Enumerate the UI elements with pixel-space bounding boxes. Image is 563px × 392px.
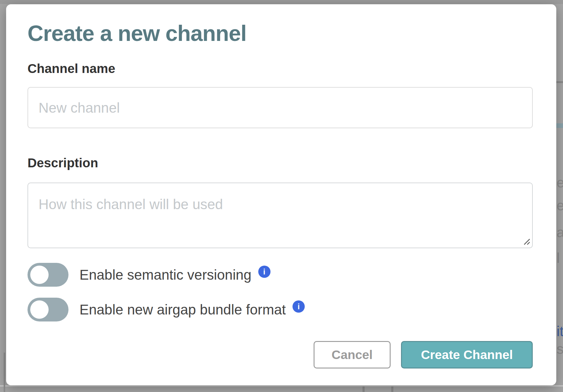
semantic-versioning-toggle[interactable] [28, 263, 68, 287]
backdrop-teal-fragment [556, 123, 563, 128]
background-text-fragment: a [557, 225, 563, 239]
semantic-versioning-row: Enable semantic versioning i [28, 263, 533, 287]
description-field-wrap [28, 183, 533, 248]
toggle-knob [30, 300, 49, 319]
airgap-bundle-row: Enable new airgap bundle format i [28, 298, 533, 321]
channel-name-label: Channel name [28, 61, 533, 76]
background-text-fragment: e [557, 198, 563, 212]
modal-title: Create a new channel [28, 21, 533, 45]
airgap-bundle-label: Enable new airgap bundle format [79, 301, 286, 318]
modal-actions: Cancel Create Channel [28, 341, 533, 368]
toggle-knob [30, 266, 49, 284]
create-channel-modal: Create a new channel Channel name Descri… [6, 4, 556, 385]
backdrop-separator [362, 387, 365, 392]
info-icon[interactable]: i [258, 266, 270, 278]
channel-name-input[interactable] [28, 87, 533, 128]
backdrop-divider-fragment [556, 81, 563, 83]
description-label: Description [28, 156, 533, 170]
background-text-fragment: s [557, 342, 563, 356]
create-channel-button[interactable]: Create Channel [401, 341, 533, 368]
textarea-resize-handle-icon[interactable] [522, 237, 530, 245]
background-link-fragment: it [557, 324, 563, 338]
backdrop-separator [391, 387, 393, 392]
background-text-fragment: e [557, 176, 563, 190]
description-textarea[interactable] [28, 183, 533, 248]
cancel-button[interactable]: Cancel [314, 341, 391, 368]
airgap-bundle-toggle[interactable] [28, 298, 68, 321]
background-text-fragment: l [557, 251, 560, 265]
semantic-versioning-label: Enable semantic versioning [79, 267, 252, 283]
backdrop-bottom-edge [0, 385, 563, 387]
info-icon[interactable]: i [293, 300, 305, 313]
backdrop-top-band [0, 0, 563, 4]
backdrop-left-edge [4, 353, 5, 392]
